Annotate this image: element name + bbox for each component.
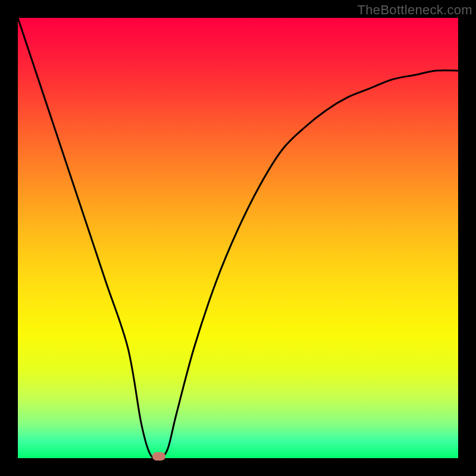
curve-line	[18, 18, 458, 458]
watermark-text: TheBottleneck.com	[358, 2, 472, 18]
plot-area	[18, 18, 458, 458]
bottleneck-curve	[18, 18, 458, 458]
optimum-marker	[152, 452, 165, 461]
chart-frame: TheBottleneck.com	[0, 0, 476, 476]
